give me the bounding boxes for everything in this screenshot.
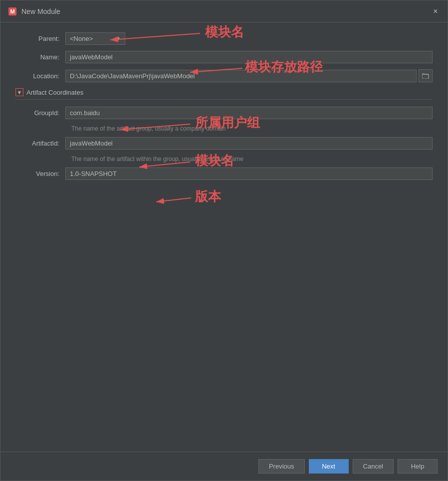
svg-rect-13 xyxy=(422,74,429,79)
name-field xyxy=(65,51,433,63)
artifactid-label: ArtifactId: xyxy=(15,140,65,147)
name-label: Name: xyxy=(15,53,65,61)
svg-line-10 xyxy=(139,162,190,167)
dropdown-arrow-icon: ▼ xyxy=(116,36,121,41)
svg-text:版本: 版本 xyxy=(195,189,222,204)
help-button[interactable]: Help xyxy=(398,459,438,474)
new-module-dialog: M New Module × 模块名 模块存放路径 所属用户组 xyxy=(0,0,448,481)
groupid-input[interactable] xyxy=(65,107,433,119)
parent-row: Parent: <None> ▼ xyxy=(15,32,433,45)
section-toggle[interactable]: ▼ xyxy=(15,88,23,96)
name-row: Name: xyxy=(15,51,433,63)
title-bar-left: M New Module xyxy=(7,6,60,16)
section-title: Artifact Coordinates xyxy=(26,89,83,96)
groupid-field xyxy=(65,107,433,119)
location-row: Location: xyxy=(15,69,433,82)
location-wrapper xyxy=(65,69,433,82)
location-field xyxy=(65,69,433,82)
version-label: Version: xyxy=(15,170,65,177)
name-input[interactable] xyxy=(65,51,433,63)
dialog-content: 模块名 模块存放路径 所属用户组 模块名 版本 Parent: <None> ▼ xyxy=(0,22,448,452)
close-button[interactable]: × xyxy=(431,6,441,16)
dialog-title: New Module xyxy=(21,7,60,15)
app-icon: M xyxy=(7,6,17,16)
location-input[interactable] xyxy=(65,70,417,82)
artifactid-field xyxy=(65,137,433,150)
cancel-button[interactable]: Cancel xyxy=(353,459,394,474)
next-button[interactable]: Next xyxy=(309,459,349,474)
version-field xyxy=(65,167,433,180)
artifact-section-header: ▼ Artifact Coordinates xyxy=(15,88,433,100)
parent-dropdown[interactable]: <None> ▼ xyxy=(65,32,125,45)
version-input[interactable] xyxy=(65,167,433,180)
dialog-footer: Previous Next Cancel Help xyxy=(0,452,448,481)
artifactid-row: ArtifactId: xyxy=(15,137,433,150)
version-row: Version: xyxy=(15,167,433,180)
browse-folder-button[interactable] xyxy=(419,69,433,82)
parent-label: Parent: xyxy=(15,35,65,42)
svg-text:M: M xyxy=(10,8,14,14)
groupid-row: GroupId: xyxy=(15,107,433,119)
previous-button[interactable]: Previous xyxy=(258,459,305,474)
parent-field: <None> ▼ xyxy=(65,32,433,45)
parent-dropdown-value: <None> xyxy=(70,35,93,42)
groupid-hint: The name of the artifact group, usually … xyxy=(65,125,433,132)
artifactid-input[interactable] xyxy=(65,137,433,150)
location-label: Location: xyxy=(15,72,65,80)
groupid-label: GroupId: xyxy=(15,109,65,117)
title-bar: M New Module × xyxy=(0,0,448,22)
artifactid-hint: The name of the artifact within the grou… xyxy=(65,156,433,162)
svg-line-12 xyxy=(156,198,191,202)
